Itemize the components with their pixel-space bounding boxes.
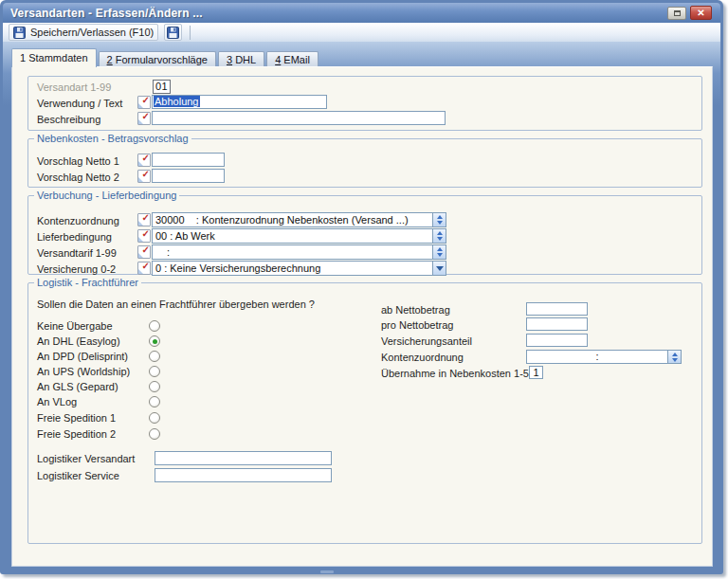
versandtarif-combo[interactable]: : xyxy=(152,244,446,260)
client-area: 1 Stammdaten 2 Formularvorschläge 3 DHL … xyxy=(3,42,720,570)
logistiker-service-label: Logistiker Service xyxy=(37,470,119,481)
restore-icon xyxy=(674,10,681,16)
tab-number: 1 xyxy=(20,52,26,63)
nebenkosten-legend: Nebenkosten - Betragsvorschlag xyxy=(34,133,191,144)
resize-grip[interactable] xyxy=(320,570,334,573)
radio-freie-spedition-1[interactable] xyxy=(149,412,160,424)
netto2-field-active-icon[interactable] xyxy=(137,170,151,183)
close-icon: ✕ xyxy=(697,8,704,18)
netto2-input[interactable] xyxy=(152,169,225,183)
tab-label: Formularvorschläge xyxy=(116,54,208,65)
logistiker-versandart-input[interactable] xyxy=(155,451,332,465)
ab-nettobetrag-label: ab Nettobetrag xyxy=(381,304,450,316)
tab-number: 4 xyxy=(275,54,281,65)
restore-button[interactable] xyxy=(667,7,686,20)
tab-formularvorschlaege[interactable]: 2 Formularvorschläge xyxy=(99,51,216,67)
tab-stammdaten[interactable]: 1 Stammdaten xyxy=(11,48,97,67)
radio-label-freie-spedition-2: Freie Spedition 2 xyxy=(37,428,116,440)
beschreibung-field-active-icon[interactable] xyxy=(137,112,151,125)
versicherung-label: Versicherung 0-2 xyxy=(37,263,116,275)
radio-freie-spedition-2[interactable] xyxy=(149,428,160,440)
netto2-label: Vorschlag Netto 2 xyxy=(37,172,119,183)
logistiker-service-input[interactable] xyxy=(155,468,332,482)
versandtarif-field-active-icon[interactable] xyxy=(137,245,151,259)
tab-email[interactable]: 4 EMail xyxy=(266,51,318,67)
netto1-label: Vorschlag Netto 1 xyxy=(37,155,119,167)
logistik-kontenzuordnung-spinner-button[interactable] xyxy=(668,350,682,364)
save-button[interactable] xyxy=(164,24,182,41)
spin-down-icon xyxy=(437,253,443,257)
tab-page-stammdaten: Versandart 1-99 01 Verwendung / Text Abh… xyxy=(11,66,713,567)
radio-label-freie-spedition-1: Freie Spedition 1 xyxy=(37,412,116,424)
radio-keine-uebergabe[interactable] xyxy=(149,320,160,332)
kontenzuordnung-label: Kontenzuordnung xyxy=(37,215,119,226)
frachtfuehrer-question: Sollen die Daten an einen Frachtführer ü… xyxy=(37,299,315,310)
logistik-kontenzuordnung-label: Kontenzuordnung xyxy=(381,352,464,363)
pro-nettobetrag-label: pro Nettobetrag xyxy=(381,319,453,331)
versandtarif-value[interactable]: : xyxy=(152,244,433,260)
tab-label: EMail xyxy=(283,54,310,65)
close-button[interactable]: ✕ xyxy=(690,6,712,20)
spin-down-icon xyxy=(437,221,443,225)
radio-label-keine-uebergabe: Keine Übergabe xyxy=(37,320,113,332)
group-nebenkosten: Nebenkosten - Betragsvorschlag Vorschlag… xyxy=(27,138,702,188)
radio-an-ups[interactable] xyxy=(149,366,160,377)
logistik-legend: Logistik - Frachtführer xyxy=(34,277,141,288)
versicherung-dropdown-button[interactable] xyxy=(433,261,446,276)
ab-nettobetrag-input[interactable] xyxy=(526,302,588,316)
radio-an-dhl[interactable] xyxy=(149,335,160,347)
group-stammdaten: Versandart 1-99 01 Verwendung / Text Abh… xyxy=(27,76,702,131)
verwendung-label: Verwendung / Text xyxy=(37,98,122,109)
radio-an-dpd[interactable] xyxy=(149,351,160,362)
versandtarif-spinner-button[interactable] xyxy=(433,244,446,260)
versicherung-value[interactable]: 0 : Keine Versicherungsberechnung xyxy=(152,261,433,276)
lieferbedingung-label: Lieferbedingung xyxy=(37,231,112,243)
radio-label-an-dpd: An DPD (Delisprint) xyxy=(37,351,128,362)
kontenzuordnung-field-active-icon[interactable] xyxy=(137,213,151,226)
verwendung-input[interactable]: Abholung xyxy=(152,95,327,109)
radio-an-gls[interactable] xyxy=(149,381,160,392)
group-verbuchung: Verbuchung - Lieferbedingung Kontenzuord… xyxy=(27,195,702,275)
kontenzuordnung-value[interactable]: 30000 : Kontenzurodnung Nebenkosten (Ver… xyxy=(152,212,433,227)
logistiker-versandart-label: Logistiker Versandart xyxy=(37,453,135,464)
radio-an-vlog[interactable] xyxy=(149,396,160,407)
lieferbedingung-field-active-icon[interactable] xyxy=(137,229,151,243)
versicherung-combo[interactable]: 0 : Keine Versicherungsberechnung xyxy=(152,261,446,276)
lieferbedingung-value[interactable]: 00 : Ab Werk xyxy=(152,228,433,244)
titlebar[interactable]: Versandarten - Erfassen/Ändern ... ✕ xyxy=(3,3,720,23)
selected-text: Abholung xyxy=(154,96,200,107)
verwendung-field-active-icon[interactable] xyxy=(137,96,151,109)
beschreibung-input[interactable] xyxy=(152,111,446,125)
radio-label-an-dhl: An DHL (Easylog) xyxy=(37,335,120,347)
logistik-kontenzuordnung-value[interactable]: : xyxy=(526,350,668,364)
kontenzuordnung-spinner-button[interactable] xyxy=(433,212,446,227)
tab-number: 2 xyxy=(107,54,113,65)
netto1-field-active-icon[interactable] xyxy=(137,154,151,167)
spin-up-icon xyxy=(437,247,443,251)
spin-up-icon xyxy=(437,231,443,235)
versicherungsanteil-label: Versicherungsanteil xyxy=(381,335,472,347)
versicherung-field-active-icon[interactable] xyxy=(137,262,151,275)
tab-dhl[interactable]: 3 DHL xyxy=(218,51,264,67)
spin-up-icon xyxy=(672,353,678,356)
group-logistik: Logistik - Frachtführer Sollen die Daten… xyxy=(27,282,702,544)
uebernahme-label: Übernahme in Nebenkosten 1-5 xyxy=(381,368,529,379)
lieferbedingung-combo[interactable]: 00 : Ab Werk xyxy=(152,228,446,244)
save-exit-label: Speichern/Verlassen (F10) xyxy=(30,27,154,38)
uebernahme-input[interactable]: 1 xyxy=(529,366,543,379)
save-exit-button[interactable]: Speichern/Verlassen (F10) xyxy=(9,24,158,41)
chevron-down-icon xyxy=(436,266,444,271)
kontenzuordnung-combo[interactable]: 30000 : Kontenzurodnung Nebenkosten (Ver… xyxy=(152,212,446,227)
versandart-label: Versandart 1-99 xyxy=(37,81,111,93)
logistik-kontenzuordnung-combo[interactable]: : xyxy=(526,350,682,364)
save-icon xyxy=(13,27,26,39)
toolbar: Speichern/Verlassen (F10) xyxy=(3,23,720,42)
versicherungsanteil-input[interactable] xyxy=(526,334,588,347)
versandart-input[interactable]: 01 xyxy=(153,80,171,94)
lieferbedingung-spinner-button[interactable] xyxy=(433,228,446,244)
pro-nettobetrag-input[interactable] xyxy=(526,317,588,331)
tab-strip: 1 Stammdaten 2 Formularvorschläge 3 DHL … xyxy=(11,48,320,67)
radio-label-an-vlog: An VLog xyxy=(37,396,77,407)
radio-label-an-gls: An GLS (Gepard) xyxy=(37,381,118,392)
netto1-input[interactable] xyxy=(152,153,225,167)
